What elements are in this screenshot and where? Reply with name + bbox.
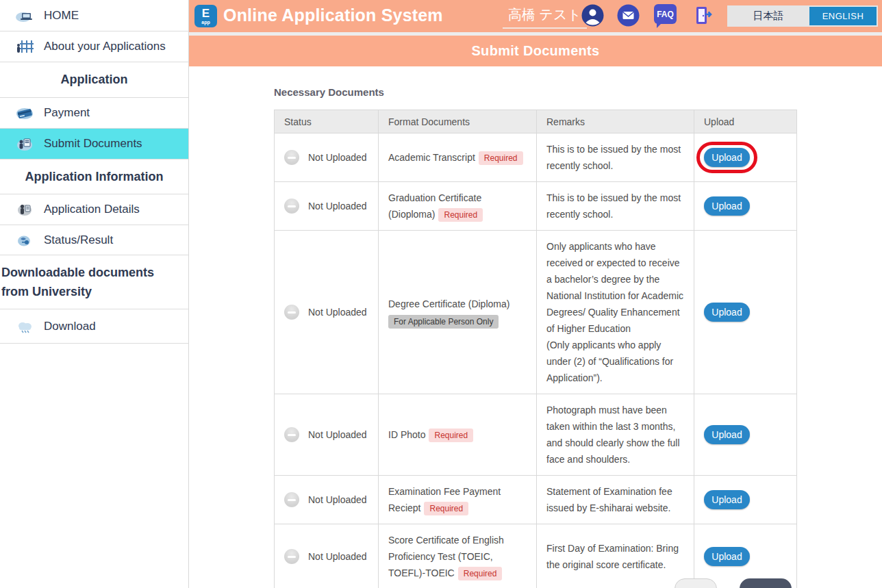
not-uploaded-icon <box>284 427 299 442</box>
required-badge: Required <box>424 502 468 515</box>
page-title: Submit Documents <box>471 43 599 59</box>
col-header-upload: Upload <box>694 110 797 133</box>
not-uploaded-icon <box>284 549 299 564</box>
document-name: Degree Certificate (Diploma) <box>388 298 509 309</box>
not-uploaded-icon <box>284 199 299 214</box>
sidebar-item-label: Status/Result <box>44 233 113 247</box>
main-content: Necessary Documents Status Format Docume… <box>189 66 882 588</box>
required-badge: Required <box>458 567 503 580</box>
home-icon <box>15 8 34 24</box>
submit-documents-icon <box>15 136 34 152</box>
section-heading: Necessary Documents <box>274 86 882 98</box>
sidebar-item-label: Submit Documents <box>44 137 142 151</box>
lang-english-button[interactable]: ENGLISH <box>809 7 877 25</box>
profile-icon[interactable] <box>581 4 604 27</box>
sidebar-section-application-information: Application Information <box>0 159 188 194</box>
remarks-text: Only applicants who have received or exp… <box>546 241 683 383</box>
app-logo: E app <box>194 5 217 27</box>
remarks-text: Photograph must have been taken within t… <box>546 405 680 465</box>
mail-icon[interactable] <box>617 4 640 27</box>
table-row: Not Uploaded Academic TranscriptRequired… <box>275 133 797 182</box>
table-row: Not Uploaded Degree Certificate (Diploma… <box>275 231 797 394</box>
documents-table: Status Format Documents Remarks Upload N… <box>274 110 797 588</box>
document-name: Academic Transcript <box>388 152 475 163</box>
application-details-icon <box>15 201 34 218</box>
table-row: Not Uploaded Score Certificate of Englis… <box>275 524 797 588</box>
sidebar: HOME About your Applications Application… <box>0 0 189 588</box>
upload-button[interactable]: Upload <box>704 547 750 566</box>
sidebar-section-application: Application <box>0 62 188 98</box>
sidebar-item-payment[interactable]: Payment <box>0 98 188 129</box>
document-name: ID Photo <box>388 429 425 440</box>
sidebar-item-label: Download <box>44 320 96 333</box>
remarks-text: Statement of Examination fee issued by E… <box>546 486 672 513</box>
status-text: Not Uploaded <box>308 548 367 565</box>
logout-icon[interactable] <box>692 4 715 27</box>
upload-button[interactable]: Upload <box>704 148 750 167</box>
table-row: Not Uploaded ID PhotoRequired Photograph… <box>275 394 797 476</box>
required-badge: Required <box>438 208 483 222</box>
app-header: E app Online Application System 高橋 テスト F… <box>189 0 882 32</box>
status-result-icon <box>15 232 34 248</box>
required-badge: Required <box>479 151 523 165</box>
col-header-status: Status <box>275 110 379 133</box>
sidebar-item-application-details[interactable]: Application Details <box>0 194 188 225</box>
sidebar-item-label: About your Applications <box>44 40 166 53</box>
credit-card-icon <box>15 105 34 121</box>
status-text: Not Uploaded <box>308 198 367 214</box>
table-row: Not Uploaded Examination Fee Payment Rec… <box>275 476 797 524</box>
sidebar-item-label: Application Details <box>44 203 140 216</box>
status-text: Not Uploaded <box>308 426 367 443</box>
lang-japanese-button[interactable]: 日本語 <box>727 10 809 23</box>
page-banner: Submit Documents <box>189 36 882 66</box>
sidebar-section-downloadable-documents: Downloadable documents from University <box>0 255 188 309</box>
next-button[interactable] <box>740 578 792 588</box>
status-text: Not Uploaded <box>308 491 367 508</box>
sidebar-item-download[interactable]: Download <box>0 309 188 344</box>
upload-button[interactable]: Upload <box>704 425 750 444</box>
username-link[interactable]: 高橋 テスト <box>503 5 587 29</box>
download-cloud-icon <box>15 318 34 335</box>
not-uploaded-icon <box>284 150 299 165</box>
app-title: Online Application System <box>223 5 443 25</box>
faq-icon[interactable]: FAQ <box>654 4 677 27</box>
not-uploaded-icon <box>284 492 299 507</box>
required-badge: Required <box>429 429 473 442</box>
remarks-text: This is to be issued by the most recentl… <box>546 192 681 220</box>
sidebar-item-submit-documents[interactable]: Submit Documents <box>0 129 188 159</box>
sidebar-item-about-applications[interactable]: About your Applications <box>0 31 188 62</box>
status-text: Not Uploaded <box>308 304 367 320</box>
not-uploaded-icon <box>284 305 299 320</box>
sidebar-item-label: HOME <box>44 9 79 23</box>
upload-button[interactable]: Upload <box>704 490 750 509</box>
remarks-text: This is to be issued by the most recentl… <box>546 144 681 171</box>
back-button[interactable] <box>675 578 717 588</box>
language-toggle: 日本語 ENGLISH <box>727 5 878 27</box>
table-header-row: Status Format Documents Remarks Upload <box>275 110 797 133</box>
status-text: Not Uploaded <box>308 149 367 166</box>
remarks-text: First Day of Examination: Bring the orig… <box>546 543 679 570</box>
sidebar-item-home[interactable]: HOME <box>0 0 188 31</box>
sidebar-item-label: Payment <box>44 106 90 120</box>
upload-button[interactable]: Upload <box>704 303 750 322</box>
col-header-remarks: Remarks <box>537 110 694 133</box>
applicable-person-badge: For Applicable Person Only <box>388 315 499 329</box>
upload-button[interactable]: Upload <box>704 196 750 216</box>
table-row: Not Uploaded Graduation Certificate (Dio… <box>275 182 797 231</box>
scaffold-icon <box>15 38 34 55</box>
sidebar-item-status-result[interactable]: Status/Result <box>0 225 188 255</box>
col-header-format-documents: Format Documents <box>379 110 537 133</box>
